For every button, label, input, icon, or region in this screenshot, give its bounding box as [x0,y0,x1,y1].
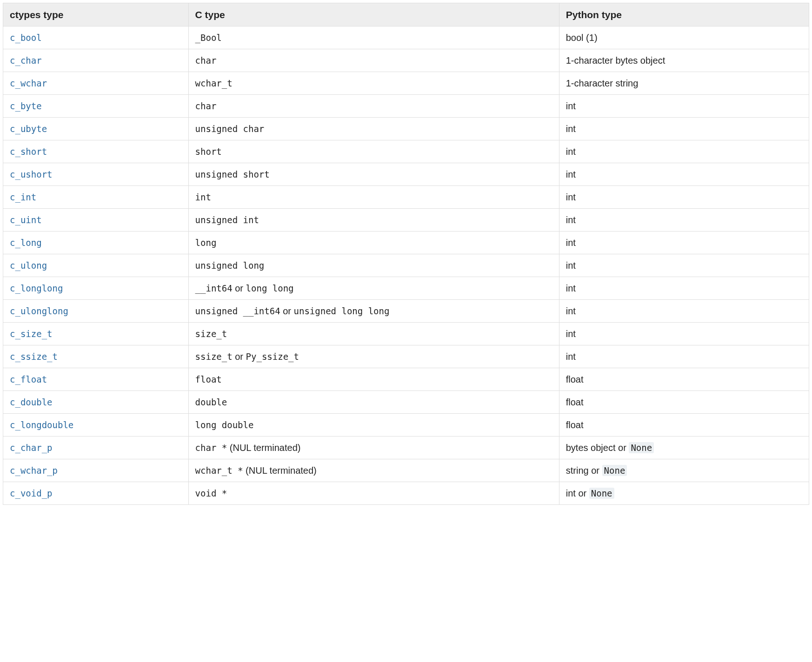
cell-ctypes-type: c_wchar [3,72,189,95]
ctypes-type-link[interactable]: c_wchar [10,78,47,88]
cell-ctypes-type: c_void_p [3,482,189,505]
cell-python-type: float [559,414,809,437]
table-row: c_wchar_pwchar_t * (NUL terminated)strin… [3,459,809,482]
ctypes-type-link[interactable]: c_byte [10,101,42,111]
ctypes-type-link[interactable]: c_short [10,146,47,157]
cell-python-type: int [559,140,809,163]
table-header-row: ctypes type C type Python type [3,3,809,26]
cell-ctypes-type: c_longlong [3,277,189,300]
table-row: c_ulongunsigned longint [3,254,809,277]
cell-python-type: int [559,186,809,209]
ctypes-type-link[interactable]: c_uint [10,215,42,225]
cell-c-type: size_t [188,323,559,345]
cell-ctypes-type: c_bool [3,26,189,49]
table-row: c_ubyteunsigned charint [3,118,809,140]
ctypes-type-link[interactable]: c_bool [10,33,42,43]
table-row: c_longlongint [3,232,809,254]
cell-ctypes-type: c_byte [3,95,189,118]
cell-python-type: int [559,232,809,254]
cell-python-type: int [559,118,809,140]
cell-c-type: ssize_t or Py_ssize_t [188,345,559,368]
ctypes-type-mapping-table: ctypes type C type Python type c_bool_Bo… [3,3,809,505]
cell-ctypes-type: c_uint [3,209,189,232]
table-row: c_wcharwchar_t1-character string [3,72,809,95]
cell-python-type: int [559,254,809,277]
ctypes-type-link[interactable]: c_double [10,397,53,407]
table-row: c_size_tsize_tint [3,323,809,345]
cell-c-type: void * [188,482,559,505]
ctypes-type-link[interactable]: c_int [10,192,36,202]
cell-c-type: double [188,391,559,414]
ctypes-type-link[interactable]: c_void_p [10,488,53,498]
cell-c-type: float [188,368,559,391]
cell-python-type: bytes object or None [559,437,809,459]
ctypes-type-link[interactable]: c_char [10,55,42,66]
cell-python-type: int [559,209,809,232]
cell-ctypes-type: c_longdouble [3,414,189,437]
cell-python-type: int [559,323,809,345]
ctypes-type-link[interactable]: c_char_p [10,443,53,453]
cell-python-type: bool (1) [559,26,809,49]
cell-python-type: float [559,391,809,414]
cell-ctypes-type: c_ulong [3,254,189,277]
cell-python-type: int or None [559,482,809,505]
cell-c-type: unsigned short [188,163,559,186]
table-row: c_doubledoublefloat [3,391,809,414]
table-row: c_bytecharint [3,95,809,118]
cell-c-type: short [188,140,559,163]
table-row: c_uintunsigned intint [3,209,809,232]
table-row: c_intintint [3,186,809,209]
cell-ctypes-type: c_ushort [3,163,189,186]
ctypes-type-link[interactable]: c_ulong [10,260,47,271]
cell-ctypes-type: c_char_p [3,437,189,459]
table-row: c_ushortunsigned shortint [3,163,809,186]
cell-python-type: string or None [559,459,809,482]
ctypes-type-link[interactable]: c_longdouble [10,420,73,430]
cell-python-type: float [559,368,809,391]
cell-c-type: long double [188,414,559,437]
cell-ctypes-type: c_double [3,391,189,414]
cell-python-type: 1-character bytes object [559,49,809,72]
ctypes-type-link[interactable]: c_longlong [10,283,63,293]
cell-ctypes-type: c_size_t [3,323,189,345]
ctypes-type-link[interactable]: c_ssize_t [10,351,58,362]
cell-c-type: unsigned __int64 or unsigned long long [188,300,559,323]
cell-c-type: unsigned int [188,209,559,232]
ctypes-type-link[interactable]: c_ubyte [10,124,47,134]
cell-c-type: unsigned char [188,118,559,140]
ctypes-type-link[interactable]: c_ushort [10,169,53,179]
cell-python-type: int [559,95,809,118]
cell-ctypes-type: c_wchar_p [3,459,189,482]
cell-ctypes-type: c_long [3,232,189,254]
table-row: c_longdoublelong doublefloat [3,414,809,437]
table-row: c_bool_Boolbool (1) [3,26,809,49]
cell-python-type: int [559,163,809,186]
cell-python-type: 1-character string [559,72,809,95]
ctypes-type-link[interactable]: c_ulonglong [10,306,68,316]
table-row: c_char_pchar * (NUL terminated)bytes obj… [3,437,809,459]
header-python-type: Python type [559,3,809,26]
cell-ctypes-type: c_ubyte [3,118,189,140]
cell-ctypes-type: c_float [3,368,189,391]
ctypes-type-link[interactable]: c_wchar_p [10,465,58,476]
ctypes-type-link[interactable]: c_float [10,374,47,384]
cell-ctypes-type: c_char [3,49,189,72]
cell-c-type: wchar_t * (NUL terminated) [188,459,559,482]
table-row: c_longlong__int64 or long longint [3,277,809,300]
ctypes-type-link[interactable]: c_long [10,238,42,248]
cell-c-type: unsigned long [188,254,559,277]
ctypes-type-link[interactable]: c_size_t [10,329,53,339]
cell-c-type: char [188,49,559,72]
table-row: c_charchar1-character bytes object [3,49,809,72]
cell-ctypes-type: c_ulonglong [3,300,189,323]
cell-ctypes-type: c_short [3,140,189,163]
cell-c-type: long [188,232,559,254]
cell-c-type: wchar_t [188,72,559,95]
cell-c-type: char * (NUL terminated) [188,437,559,459]
table-row: c_ssize_tssize_t or Py_ssize_tint [3,345,809,368]
cell-python-type: int [559,277,809,300]
table-row: c_shortshortint [3,140,809,163]
cell-c-type: char [188,95,559,118]
cell-c-type: int [188,186,559,209]
header-ctypes-type: ctypes type [3,3,189,26]
